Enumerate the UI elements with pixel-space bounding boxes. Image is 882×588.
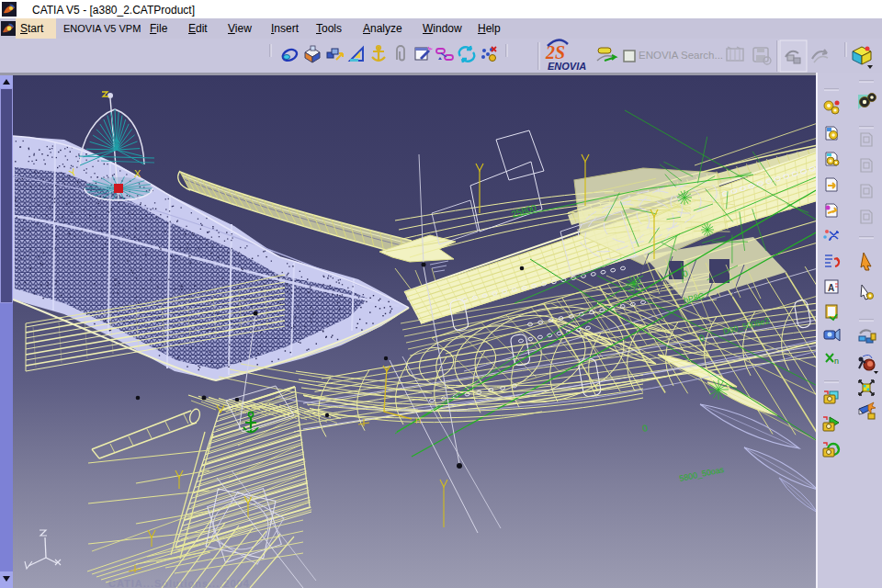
svg-text:ENOVIA Search...: ENOVIA Search... [639, 50, 723, 61]
svg-text:H: H [415, 416, 422, 425]
svg-text:X: X [134, 168, 141, 179]
svg-text:ENOVIA: ENOVIA [548, 61, 586, 72]
svg-text:n: n [834, 356, 839, 366]
svg-text:CATIA...Solutions....2004: CATIA...Solutions....2004 [108, 578, 250, 588]
svg-text:A: A [828, 283, 834, 293]
